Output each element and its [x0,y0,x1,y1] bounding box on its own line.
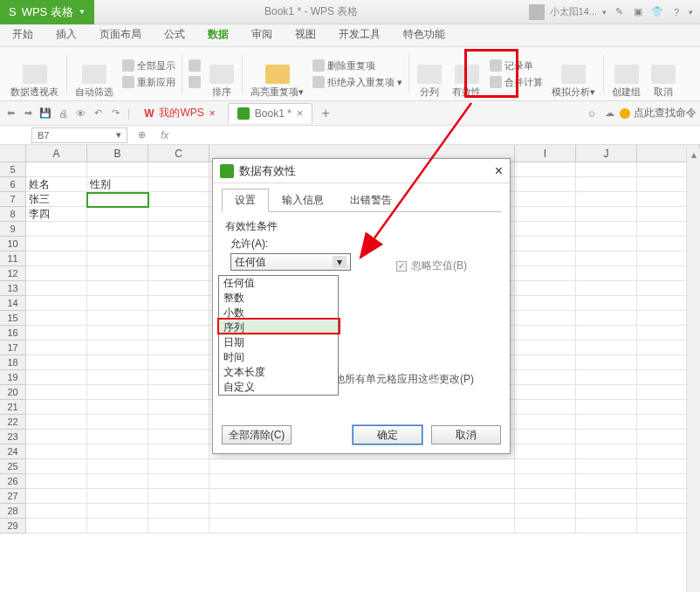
row-header[interactable]: 5 [0,162,26,177]
cell[interactable] [26,311,87,326]
sort-button[interactable]: 排序 [204,50,239,99]
book-tab[interactable]: Book1 * × [228,103,313,123]
row-header[interactable]: 16 [0,326,26,341]
user-label[interactable]: 小太阳14... [550,5,597,18]
tab-insert[interactable]: 插入 [54,24,79,46]
whatif-button[interactable]: 模拟分析▾ [546,50,600,99]
cell[interactable] [26,489,87,504]
ok-button[interactable]: 确定 [353,425,422,444]
row-header[interactable]: 22 [0,415,26,430]
cell[interactable] [576,326,637,341]
app-menu-button[interactable]: S WPS 表格 ▼ [0,0,94,24]
cell[interactable] [87,370,148,385]
row-header[interactable]: 9 [0,222,26,237]
cell[interactable] [576,385,637,400]
cell[interactable] [515,177,576,192]
row-header[interactable]: 11 [0,251,26,266]
preview-icon[interactable]: 👁 [73,107,87,120]
cell[interactable] [26,370,87,385]
print-icon[interactable]: 🖨 [56,107,70,120]
chevron-down-icon[interactable]: ▾ [689,8,693,17]
reject-dup-button[interactable]: 拒绝录入重复项▾ [312,74,402,90]
cell[interactable] [148,385,209,400]
col-I[interactable]: I [515,145,576,162]
cell[interactable] [515,192,576,207]
cell[interactable]: 张三 [26,192,87,207]
cell[interactable] [515,326,576,341]
cell[interactable] [515,251,576,266]
cell[interactable] [148,341,209,355]
cell[interactable] [576,266,637,281]
cell[interactable] [87,296,148,311]
cell[interactable] [515,281,576,296]
allow-combo[interactable]: 任何值 ▾ [230,253,351,271]
cell[interactable] [26,385,87,400]
cell[interactable] [87,192,148,207]
cell[interactable] [576,162,637,177]
cell[interactable] [515,519,576,533]
cell[interactable] [87,355,148,370]
tab-error[interactable]: 出错警告 [337,189,405,212]
cell[interactable] [148,222,209,237]
cell[interactable] [576,251,637,266]
row-header[interactable]: 7 [0,192,26,207]
dialog-titlebar[interactable]: 数据有效性 × [213,159,510,183]
cell[interactable] [515,415,576,430]
cell[interactable] [87,311,148,326]
cell[interactable] [87,251,148,266]
cell[interactable] [515,355,576,370]
row-header[interactable]: 17 [0,341,26,355]
cell[interactable] [148,162,209,177]
cell[interactable] [515,222,576,237]
opt-dec[interactable]: 小数 [219,306,338,320]
tab-view[interactable]: 视图 [293,24,318,46]
cell[interactable] [515,385,576,400]
scroll-up-icon[interactable]: ▴ [687,148,700,162]
cell[interactable] [148,370,209,385]
remove-dup-button[interactable]: 删除重复项 [312,58,402,73]
cell[interactable] [576,355,637,370]
back-icon[interactable]: ⬅ [3,107,17,120]
row-header[interactable]: 12 [0,266,26,281]
cell[interactable] [87,474,148,489]
row-header[interactable]: 21 [0,400,26,415]
row-header[interactable]: 10 [0,237,26,251]
cell[interactable] [576,400,637,415]
cell[interactable] [576,207,637,222]
cell[interactable] [209,474,515,489]
cell[interactable] [26,400,87,415]
cell[interactable] [515,237,576,251]
cell[interactable] [148,281,209,296]
save-icon[interactable]: 💾 [38,107,52,120]
cell[interactable] [87,504,148,519]
cell[interactable] [87,489,148,504]
cell[interactable] [148,237,209,251]
cell[interactable] [26,355,87,370]
cell[interactable] [87,415,148,430]
cell[interactable] [148,430,209,444]
row-header[interactable]: 24 [0,444,26,459]
cell[interactable] [515,341,576,355]
col-A[interactable]: A [26,145,87,162]
cloud-icon[interactable]: ☁ [602,107,616,120]
name-box[interactable]: B7 ▾ [31,127,127,143]
opt-date[interactable]: 日期 [219,335,338,350]
cell[interactable] [515,430,576,444]
cell[interactable] [26,296,87,311]
undo-icon[interactable]: ↶ [91,107,105,120]
cell[interactable] [515,162,576,177]
opt-textlen[interactable]: 文本长度 [219,365,338,380]
cell[interactable] [26,222,87,237]
cell[interactable] [87,207,148,222]
tab-start[interactable]: 开始 [10,24,35,46]
cell[interactable] [576,177,637,192]
cell[interactable] [87,266,148,281]
cell[interactable] [87,222,148,237]
cell[interactable] [148,415,209,430]
cell[interactable] [148,400,209,415]
row-header[interactable]: 23 [0,430,26,444]
skin-icon[interactable]: ✎ [612,5,626,19]
tab-settings[interactable]: 设置 [222,189,269,212]
chevron-down-icon[interactable]: ▾ [602,8,607,17]
cell[interactable] [515,444,576,459]
